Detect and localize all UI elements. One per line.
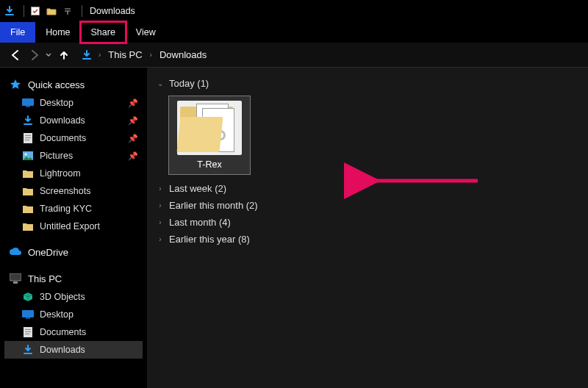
qat-properties-icon[interactable] <box>29 4 42 18</box>
sidebar-this-pc-header[interactable]: This PC <box>4 269 143 288</box>
group-header-last-week[interactable]: › Last week (2) <box>154 180 585 197</box>
sidebar-item-screenshots[interactable]: Screenshots <box>4 182 143 200</box>
nav-up-button[interactable] <box>54 46 74 65</box>
folder-icon <box>22 203 34 215</box>
svg-rect-16 <box>25 334 29 334</box>
file-label: T-Rex <box>197 159 221 170</box>
tab-file[interactable]: File <box>0 22 35 43</box>
group-header-earlier-month[interactable]: › Earlier this month (2) <box>154 197 585 214</box>
sidebar-item-lightroom[interactable]: Lightroom <box>4 165 143 182</box>
sidebar-item-pc-desktop[interactable]: Desktop <box>4 306 143 323</box>
pin-icon: 📌 <box>128 116 138 126</box>
qat-customize-icon[interactable] <box>61 4 74 18</box>
sidebar-item-pc-downloads[interactable]: Downloads <box>4 341 143 359</box>
svg-rect-15 <box>25 331 31 332</box>
desktop-icon <box>22 309 34 320</box>
qat-folder-icon[interactable] <box>45 4 58 18</box>
sidebar-quick-access-header[interactable]: Quick access <box>4 75 143 94</box>
breadcrumb-this-pc[interactable]: This PC <box>107 48 143 62</box>
sidebar-item-label: Lightroom <box>40 168 81 179</box>
group-header-today[interactable]: ⌄ Today (1) <box>154 75 585 92</box>
navigation-bar: › This PC › Downloads <box>0 43 588 68</box>
pin-icon: 📌 <box>128 98 138 108</box>
sidebar-item-label: 3D Objects <box>40 292 85 302</box>
svg-rect-10 <box>13 281 18 284</box>
sidebar-item-label: Documents <box>40 327 86 337</box>
nav-forward-button[interactable] <box>25 46 44 65</box>
address-download-icon <box>81 49 93 61</box>
svg-rect-5 <box>25 137 31 138</box>
document-icon <box>22 132 34 144</box>
sidebar-item-label: Trading KYC <box>40 204 92 214</box>
chevron-down-icon: ⌄ <box>156 79 165 87</box>
sidebar-item-label: Untitled Export <box>40 221 100 231</box>
chevron-right-icon[interactable]: › <box>147 51 155 59</box>
chevron-right-icon: › <box>156 235 165 243</box>
nav-history-dropdown[interactable] <box>44 52 53 58</box>
window-title: Downloads <box>90 6 135 16</box>
objects3d-icon <box>22 291 34 303</box>
sidebar-item-label: Desktop <box>40 98 74 108</box>
chevron-right-icon[interactable]: › <box>96 51 104 59</box>
chevron-right-icon: › <box>156 201 165 209</box>
group-label: Last month (4) <box>169 217 231 228</box>
sidebar-item-desktop[interactable]: Desktop 📌 <box>4 94 143 112</box>
svg-rect-1 <box>22 98 34 106</box>
ribbon-tabs: File Home Share View <box>0 22 588 43</box>
chevron-right-icon: › <box>156 218 165 226</box>
sidebar-item-pc-documents[interactable]: Documents <box>4 323 143 341</box>
group-header-last-month[interactable]: › Last month (4) <box>154 214 585 231</box>
pictures-icon <box>22 150 34 162</box>
nav-back-button[interactable] <box>6 46 25 65</box>
sidebar-item-label: Downloads <box>40 345 85 355</box>
desktop-icon <box>22 97 34 109</box>
group-body-today: T-Rex <box>154 92 585 180</box>
svg-rect-4 <box>25 135 31 136</box>
sidebar-item-label: Downloads <box>40 115 85 126</box>
group-header-earlier-year[interactable]: › Earlier this year (8) <box>154 231 585 248</box>
sidebar-item-documents[interactable]: Documents 📌 <box>4 129 143 147</box>
sidebar-item-3d-objects[interactable]: 3D Objects <box>4 288 143 306</box>
sidebar-item-untitled-export[interactable]: Untitled Export <box>4 218 143 235</box>
sidebar-item-label: Pictures <box>40 151 73 161</box>
document-icon <box>22 326 34 338</box>
sidebar-item-label: Screenshots <box>40 186 90 196</box>
sidebar-quick-access: Quick access Desktop 📌 Downloads 📌 Docum… <box>4 75 143 235</box>
main-area: Quick access Desktop 📌 Downloads 📌 Docum… <box>0 68 588 388</box>
pin-icon: 📌 <box>128 151 138 161</box>
titlebar: Downloads <box>0 0 588 22</box>
app-download-icon <box>3 4 16 18</box>
address-bar[interactable]: › This PC › Downloads <box>81 48 208 62</box>
sidebar-quick-access-label: Quick access <box>28 79 85 90</box>
monitor-icon <box>9 272 22 285</box>
svg-rect-14 <box>25 329 31 330</box>
group-label: Today (1) <box>169 78 209 89</box>
svg-point-8 <box>25 154 27 156</box>
folder-icon <box>22 168 34 179</box>
file-item-trex[interactable]: T-Rex <box>169 96 250 174</box>
content-pane: ⌄ Today (1) T-Rex › L <box>147 68 588 388</box>
group-label: Earlier this month (2) <box>169 200 258 211</box>
sidebar-item-downloads[interactable]: Downloads 📌 <box>4 112 143 129</box>
sidebar-onedrive-header[interactable]: OneDrive <box>4 242 143 262</box>
download-icon <box>22 115 34 126</box>
sidebar-this-pc-label: This PC <box>28 273 62 284</box>
sidebar-this-pc: This PC 3D Objects Desktop Documents Dow… <box>4 269 143 359</box>
sidebar-item-trading-kyc[interactable]: Trading KYC <box>4 200 143 218</box>
svg-rect-12 <box>26 317 30 319</box>
svg-rect-9 <box>10 273 21 281</box>
star-icon <box>9 78 22 91</box>
tab-home[interactable]: Home <box>35 22 80 43</box>
tab-view[interactable]: View <box>126 22 166 43</box>
sidebar-onedrive-label: OneDrive <box>28 247 68 258</box>
sidebar-onedrive: OneDrive <box>4 242 143 262</box>
group-label: Last week (2) <box>169 183 226 194</box>
folder-icon <box>22 185 34 197</box>
download-icon <box>22 344 34 356</box>
svg-rect-6 <box>25 140 29 140</box>
group-label: Earlier this year (8) <box>169 234 250 245</box>
breadcrumb-downloads[interactable]: Downloads <box>158 48 208 62</box>
sidebar-item-pictures[interactable]: Pictures 📌 <box>4 147 143 165</box>
svg-rect-11 <box>22 310 34 317</box>
tab-share[interactable]: Share <box>81 22 126 43</box>
